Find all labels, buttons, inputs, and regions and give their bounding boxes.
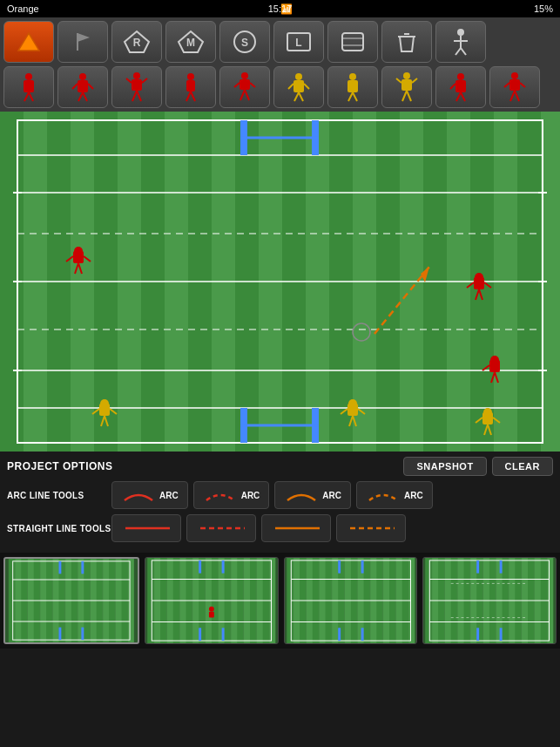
player1-tool[interactable] — [3, 66, 54, 108]
player5-tool[interactable] — [219, 66, 270, 108]
bin-tool[interactable] — [381, 21, 432, 63]
player3-tool[interactable] — [111, 66, 162, 108]
svg-line-53 — [304, 84, 309, 89]
svg-rect-160 — [199, 560, 201, 574]
arc-red-dash-btn[interactable]: ARC — [193, 481, 270, 509]
svg-point-32 — [133, 72, 140, 79]
arc-orange-dash-btn[interactable]: ARC — [356, 481, 433, 509]
action-buttons: SNAPSHOT CLEAR — [403, 457, 553, 476]
svg-marker-0 — [18, 33, 39, 51]
player4-tool[interactable] — [165, 66, 216, 108]
thumbnail-1[interactable] — [3, 557, 139, 644]
svg-text:L: L — [295, 37, 301, 49]
svg-rect-186 — [476, 628, 479, 641]
svg-line-74 — [520, 83, 525, 87]
arc-line-tools-row: ARC LINE TOOLS ARC ARC ARC — [7, 481, 553, 509]
svg-rect-55 — [347, 80, 358, 92]
svg-line-25 — [29, 92, 33, 101]
svg-text:S: S — [241, 37, 248, 49]
svg-line-36 — [126, 78, 132, 83]
svg-rect-11 — [342, 33, 363, 51]
svg-text:M: M — [186, 37, 195, 49]
svg-line-50 — [294, 92, 299, 101]
svg-rect-174 — [361, 560, 363, 574]
svg-point-69 — [511, 72, 518, 79]
svg-marker-2 — [78, 33, 90, 42]
player2-tool[interactable] — [57, 66, 108, 108]
cone-tool[interactable] — [3, 21, 54, 63]
svg-line-44 — [240, 90, 245, 100]
thumbnail-3[interactable] — [284, 557, 418, 644]
straight-orange-solid-btn[interactable] — [261, 514, 331, 542]
svg-marker-5 — [179, 31, 203, 52]
ref-tool[interactable] — [435, 21, 486, 63]
pitch-area[interactable] — [0, 112, 560, 452]
carrier-label: Orange — [7, 3, 39, 14]
arc-orange-solid-btn[interactable]: ARC — [274, 481, 351, 509]
svg-rect-161 — [221, 560, 224, 574]
svg-line-21 — [461, 48, 466, 55]
svg-point-164 — [209, 607, 214, 612]
player7-tool[interactable] — [327, 66, 378, 108]
svg-line-40 — [186, 92, 191, 101]
svg-line-61 — [407, 91, 411, 101]
svg-line-63 — [412, 78, 417, 83]
player9-tool[interactable] — [435, 66, 486, 108]
straight-orange-dash-btn[interactable] — [336, 514, 406, 542]
r-marker-tool[interactable]: R — [111, 21, 162, 63]
s-marker-tool[interactable]: S — [219, 21, 270, 63]
svg-line-34 — [132, 91, 137, 101]
svg-point-17 — [457, 29, 464, 36]
straight-line-tools-row: STRAIGHT LINE TOOLS — [7, 514, 553, 542]
svg-rect-107 — [474, 277, 484, 289]
svg-point-42 — [241, 72, 248, 79]
l-marker-tool[interactable]: L — [273, 21, 324, 63]
top-toolbar: R M S L — [0, 17, 560, 112]
status-bar: Orange 📶 15:17 15% — [0, 0, 560, 17]
bottom-panel: PROJECT OPTIONS SNAPSHOT CLEAR ARC LINE … — [0, 452, 560, 553]
svg-line-46 — [234, 83, 240, 87]
pad-tool[interactable] — [327, 21, 378, 63]
svg-text:R: R — [133, 37, 141, 49]
svg-point-64 — [457, 73, 464, 80]
svg-rect-151 — [58, 628, 61, 640]
svg-rect-175 — [338, 628, 341, 641]
svg-rect-113 — [489, 360, 500, 372]
arc-label-2: ARC — [241, 491, 260, 500]
svg-line-47 — [250, 83, 255, 87]
thumbnail-2[interactable] — [145, 557, 279, 644]
snapshot-button[interactable]: SNAPSHOT — [403, 457, 486, 476]
svg-rect-70 — [509, 79, 520, 91]
svg-line-24 — [24, 92, 29, 101]
svg-point-54 — [349, 73, 356, 80]
player8-tool[interactable] — [381, 66, 432, 108]
svg-rect-165 — [209, 612, 214, 618]
svg-rect-59 — [401, 79, 412, 91]
svg-rect-39 — [186, 80, 195, 92]
clear-button[interactable]: CLEAR — [492, 457, 553, 476]
svg-line-52 — [288, 84, 293, 89]
m-marker-tool[interactable]: M — [165, 21, 216, 63]
svg-rect-49 — [293, 80, 304, 92]
straight-red-solid-btn[interactable] — [111, 514, 181, 542]
arc-label-3: ARC — [322, 491, 341, 500]
straight-red-dash-btn[interactable] — [186, 514, 256, 542]
flag-tool[interactable] — [57, 21, 108, 63]
player6-tool[interactable] — [273, 66, 324, 108]
svg-line-73 — [504, 83, 509, 87]
time-label: 15:17 — [268, 3, 293, 14]
svg-line-51 — [299, 92, 303, 101]
svg-line-37 — [142, 78, 147, 83]
player-tools-row — [3, 66, 557, 108]
thumbnail-4[interactable] — [422, 557, 557, 644]
player10-tool[interactable] — [489, 66, 540, 108]
svg-line-56 — [348, 92, 353, 101]
svg-rect-185 — [500, 560, 503, 574]
svg-line-28 — [78, 92, 83, 101]
arc-line-tools: ARC ARC ARC ARC — [111, 481, 433, 509]
svg-rect-101 — [73, 251, 84, 263]
svg-rect-9 — [287, 33, 310, 51]
svg-point-58 — [403, 72, 410, 79]
arc-red-solid-btn[interactable]: ARC — [111, 481, 188, 509]
svg-rect-162 — [199, 628, 201, 641]
